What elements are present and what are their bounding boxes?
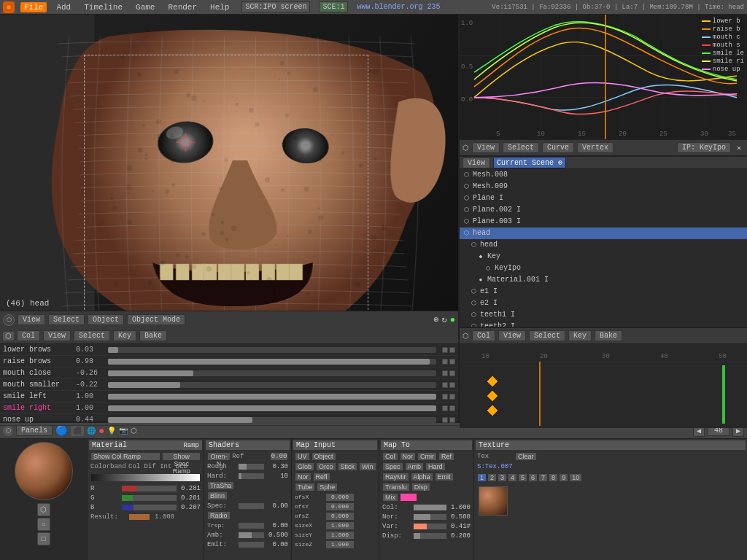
sk-ctrl-btn-1[interactable] — [442, 370, 448, 376]
shape-key-row[interactable]: raise brows 0.98 — [0, 356, 458, 368]
glob-btn[interactable]: Glob — [295, 462, 314, 471]
orco-btn[interactable]: Orco — [316, 462, 336, 471]
spec-slider[interactable] — [238, 502, 265, 510]
curve-vertex-btn[interactable]: Vertex — [577, 142, 614, 153]
radio-btn[interactable]: Radio — [207, 511, 231, 520]
outliner-item[interactable]: ⬡teeth1 I — [460, 309, 747, 321]
lamp-icon[interactable]: 💡 — [107, 427, 116, 435]
mt-col-btn[interactable]: Col — [382, 452, 398, 461]
shape-key-row[interactable]: smile left 1.00 — [0, 391, 458, 402]
mi-coord-field[interactable]: 1.000 — [325, 521, 355, 530]
shape-key-row[interactable]: nose up 0.44 — [0, 414, 458, 426]
menu-file[interactable]: File — [20, 2, 47, 12]
sk-ctrl-btn-1[interactable] — [442, 417, 448, 423]
tex-channel-btn[interactable]: 3 — [498, 473, 507, 482]
keyipo-label[interactable]: IP: KeyIpo — [677, 142, 731, 153]
mi-coord-field[interactable]: 0.000 — [325, 512, 355, 521]
tex-channel-btn[interactable]: 10 — [569, 473, 582, 482]
sk-col-btn[interactable]: Col — [17, 330, 40, 341]
outliner-item[interactable]: ⬡Plane I — [460, 192, 747, 204]
outliner-item[interactable]: ●Material.001 I — [460, 274, 747, 286]
mt-col-slider[interactable] — [413, 504, 447, 511]
scene-select[interactable]: SCE:1 — [319, 1, 348, 12]
trasha-btn[interactable]: TraSha — [207, 481, 234, 490]
sk-bar[interactable] — [108, 359, 436, 365]
curve-select-btn[interactable]: Select — [503, 142, 539, 153]
menu-render[interactable]: Render — [164, 2, 201, 12]
curve-view-btn[interactable]: View — [472, 142, 500, 153]
mi-coord-field[interactable]: 0.000 — [325, 493, 355, 502]
show-spec-ramp-btn[interactable]: Show Spec Ramp — [162, 452, 201, 461]
sk-ctrl-btn-1[interactable] — [442, 347, 448, 353]
ref-field[interactable]: 0.00 — [270, 452, 288, 461]
sk-ctrl-btn-1[interactable] — [442, 405, 448, 411]
curve-editor[interactable]: 5 10 15 20 25 30 35 1.0 0.5 0.0 — [460, 15, 747, 157]
sk-bar[interactable] — [108, 405, 436, 411]
outliner-item[interactable]: ◆Key — [460, 251, 747, 262]
blinn-btn[interactable]: Blinn — [207, 491, 228, 500]
tl-bake-btn[interactable]: Bake — [595, 330, 622, 341]
sk-ctrl-btn-1[interactable] — [442, 382, 448, 388]
uv-btn[interactable]: UV — [295, 452, 310, 461]
tex-channel-btn[interactable]: 8 — [549, 473, 558, 482]
object-btn-mi[interactable]: Object — [311, 452, 336, 461]
nor-btn-mi[interactable]: Nor — [295, 472, 311, 481]
mat-icon[interactable]: 🔵 — [55, 424, 68, 437]
outliner-item[interactable]: ⬡Mesh.008 — [460, 169, 747, 181]
tex-channel-btn[interactable]: 1 — [477, 473, 487, 482]
tex-channel-btn[interactable]: 9 — [559, 473, 568, 482]
screen-select[interactable]: SCR:IPO screen — [241, 1, 310, 12]
tex-channel-btn[interactable]: 5 — [518, 473, 527, 482]
sk-bake-btn[interactable]: Bake — [139, 330, 167, 341]
mode-btn[interactable]: Object Mode — [127, 314, 185, 325]
sk-ctrl-btn-2[interactable] — [449, 359, 455, 365]
record-icon[interactable]: ● — [98, 425, 104, 437]
sk-ctrl-btn-2[interactable] — [449, 347, 455, 353]
outliner-item[interactable]: ⬡e1 I — [460, 286, 747, 298]
scene-current-btn[interactable]: Current Scene ⊕ — [493, 157, 566, 168]
mt-emit-btn[interactable]: Emit — [435, 472, 454, 481]
sk-view-btn[interactable]: View — [43, 330, 71, 341]
mt-nor-slider[interactable] — [413, 513, 447, 521]
mt-spec-btn[interactable]: Spec — [382, 462, 403, 471]
tl-select-btn[interactable]: Select — [529, 330, 565, 341]
mt-mix-btn[interactable]: Mix — [382, 493, 398, 502]
tex-channel-btn[interactable]: 4 — [508, 473, 517, 482]
mesh-icon[interactable]: ⬡ — [131, 427, 137, 435]
b-slider[interactable] — [121, 504, 177, 511]
sk-bar[interactable] — [108, 347, 436, 353]
r-slider[interactable] — [121, 485, 177, 492]
mt-var-slider[interactable] — [413, 523, 447, 530]
menu-help[interactable]: Help — [206, 2, 233, 12]
mt-alpha-btn[interactable]: Alpha — [411, 472, 433, 481]
mt-disp-slider[interactable] — [413, 532, 447, 540]
outliner-item[interactable]: ⬡head — [460, 228, 747, 239]
menu-add[interactable]: Add — [53, 2, 74, 12]
hard-slider[interactable] — [238, 472, 265, 480]
sk-ctrl-btn-2[interactable] — [449, 405, 455, 411]
rough-slider[interactable] — [238, 463, 265, 470]
tex-channel-btn[interactable]: 2 — [487, 473, 497, 482]
tex-channel-btn[interactable]: 7 — [538, 473, 548, 482]
panels-btn[interactable]: Panels — [16, 425, 53, 436]
tl-view-btn[interactable]: View — [498, 330, 526, 341]
sk-ctrl-btn-2[interactable] — [449, 394, 455, 400]
tex-channel-btn[interactable]: 6 — [528, 473, 538, 482]
transparency-slider[interactable] — [238, 522, 265, 529]
view-btn[interactable]: View — [18, 314, 45, 325]
outliner-item[interactable]: ⬡Plane.003 I — [460, 216, 747, 228]
viewport-3d[interactable]: (46) head ⬡ View Select Object Object Mo… — [0, 15, 460, 328]
outliner-item[interactable]: ⬡head — [460, 239, 747, 251]
tl-key-btn[interactable]: Key — [568, 330, 592, 341]
render-icon[interactable]: ⬛ — [71, 426, 84, 436]
rotate-icon[interactable]: ↻ — [442, 314, 447, 325]
sphe-btn[interactable]: Sphe — [317, 483, 338, 491]
sk-ctrl-btn-2[interactable] — [449, 370, 455, 376]
refl-btn[interactable]: Refl — [313, 472, 330, 481]
outliner-item[interactable]: ⬡e2 I — [460, 298, 747, 309]
oren-n-btn[interactable]: Oren-N — [207, 452, 231, 461]
preview-btn-1[interactable]: ⬡ — [37, 503, 50, 516]
mt-disp-btn[interactable]: Disp — [411, 483, 430, 491]
mt-translu-btn[interactable]: Translu — [382, 483, 410, 491]
preview-btn-2[interactable]: ○ — [37, 518, 50, 531]
